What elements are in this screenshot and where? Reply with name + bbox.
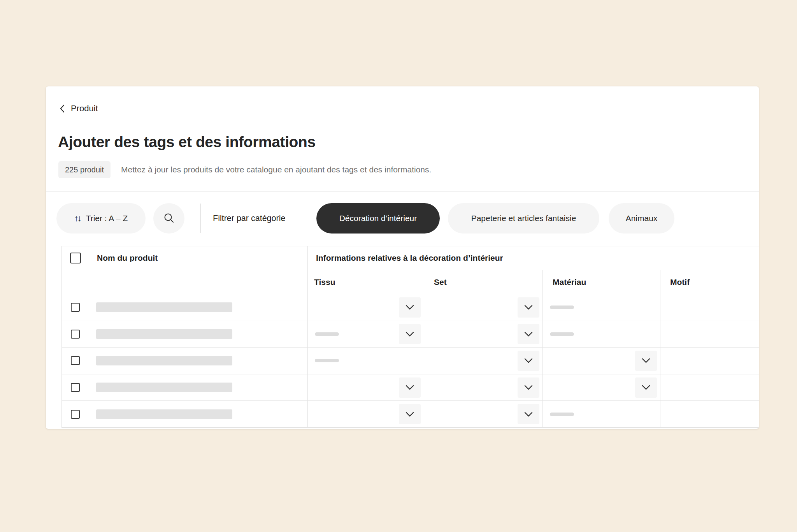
cell-materiau	[543, 348, 660, 374]
chevron-down-icon	[642, 385, 650, 390]
dropdown-button-tissu[interactable]	[399, 404, 421, 424]
table-row	[62, 321, 759, 348]
cell-motif	[660, 348, 759, 374]
product-name-cell	[89, 401, 308, 427]
subtitle-row: 225 produit Mettez à jour les produits d…	[58, 161, 431, 178]
cell-set	[424, 321, 543, 348]
group-header-cell: Informations relatives à la décoration d…	[308, 246, 759, 270]
chevron-left-icon	[59, 104, 66, 113]
dropdown-button-set[interactable]	[518, 351, 539, 371]
dropdown-button-set[interactable]	[518, 324, 539, 344]
dropdown-button-set[interactable]	[518, 404, 539, 424]
page-title: Ajouter des tags et des informations	[58, 133, 316, 151]
column-header-set: Set	[424, 277, 447, 287]
row-checkbox[interactable]	[71, 410, 80, 419]
dropdown-button-set[interactable]	[518, 377, 539, 398]
cell-motif	[660, 374, 759, 401]
subheader-materiau-cell: Matériau	[543, 270, 660, 294]
chevron-down-icon	[406, 385, 414, 390]
sort-arrows-icon: ↑↓	[74, 213, 81, 223]
product-name-cell	[89, 294, 308, 321]
cell-motif	[660, 294, 759, 321]
table-subheader-row: Tissu Set Matériau Motif	[62, 270, 759, 294]
product-name-cell	[89, 321, 308, 348]
chevron-down-icon	[642, 358, 650, 363]
chevron-down-icon	[524, 332, 533, 337]
cell-set	[424, 348, 543, 374]
row-check-cell	[62, 401, 89, 427]
subheader-set-cell: Set	[424, 270, 543, 294]
chevron-down-icon	[524, 412, 533, 417]
product-name-placeholder	[96, 302, 232, 312]
filter-pill-papeterie[interactable]: Papeterie et articles fantaisie	[448, 203, 599, 234]
table-row	[62, 294, 759, 321]
column-header-motif: Motif	[660, 277, 690, 287]
cell-materiau	[543, 374, 660, 401]
dropdown-button-tissu[interactable]	[399, 377, 421, 398]
filter-pill-decoration-interieur[interactable]: Décoration d’intérieur	[316, 203, 440, 234]
product-name-cell	[89, 348, 308, 374]
value-placeholder	[550, 306, 574, 309]
cell-set	[424, 294, 543, 321]
product-name-placeholder	[96, 356, 232, 365]
back-link-label: Produit	[71, 104, 98, 114]
table-header-row: Nom du produit Informations relatives à …	[62, 246, 759, 270]
dropdown-button-materiau[interactable]	[635, 377, 657, 398]
cell-tissu	[308, 374, 424, 401]
filter-category-label: Filtrer par catégorie	[213, 203, 285, 234]
row-checkbox[interactable]	[71, 303, 80, 312]
cell-materiau	[543, 294, 660, 321]
row-check-cell	[62, 374, 89, 401]
row-check-cell	[62, 348, 89, 374]
products-table: Nom du produit Informations relatives à …	[61, 246, 759, 428]
subheader-motif-cell: Motif	[660, 270, 759, 294]
row-checkbox[interactable]	[71, 330, 80, 339]
value-placeholder	[550, 332, 574, 336]
product-name-placeholder	[96, 409, 232, 419]
chevron-down-icon	[406, 412, 414, 417]
filter-pill-animaux[interactable]: Animaux	[609, 203, 674, 234]
chevron-down-icon	[524, 305, 533, 310]
select-all-cell	[62, 246, 89, 270]
cell-motif	[660, 401, 759, 427]
cell-set	[424, 401, 543, 427]
cell-materiau	[543, 401, 660, 427]
cell-motif	[660, 321, 759, 348]
row-checkbox[interactable]	[71, 356, 80, 365]
product-name-placeholder	[96, 383, 232, 392]
sort-button[interactable]: ↑↓ Trier : A – Z	[56, 203, 146, 234]
search-icon	[163, 212, 175, 225]
value-placeholder	[550, 413, 574, 416]
subheader-empty-name	[89, 270, 308, 294]
dropdown-button-tissu[interactable]	[399, 297, 421, 318]
column-header-group: Informations relatives à la décoration d…	[316, 253, 503, 263]
column-header-name: Nom du produit	[89, 253, 158, 263]
table-row	[62, 401, 759, 428]
page-description: Mettez à jour les produits de votre cata…	[121, 165, 431, 174]
name-header-cell: Nom du produit	[89, 246, 308, 270]
dropdown-button-materiau[interactable]	[635, 351, 657, 371]
dropdown-button-tissu[interactable]	[399, 324, 421, 344]
product-name-cell	[89, 374, 308, 401]
row-checkbox[interactable]	[71, 383, 80, 392]
search-button[interactable]	[153, 203, 184, 234]
chevron-down-icon	[524, 385, 533, 390]
cell-tissu	[308, 321, 424, 348]
row-check-cell	[62, 321, 89, 348]
select-all-checkbox[interactable]	[70, 253, 81, 263]
back-link[interactable]: Produit	[59, 104, 98, 114]
table-body	[62, 294, 759, 428]
table-row	[62, 348, 759, 374]
cell-tissu	[308, 348, 424, 374]
column-header-materiau: Matériau	[543, 277, 586, 287]
row-check-cell	[62, 294, 89, 321]
toolbar: ↑↓ Trier : A – Z Filtrer par catégorie D…	[46, 203, 759, 234]
chevron-down-icon	[406, 332, 414, 337]
column-header-tissu: Tissu	[308, 277, 335, 287]
value-placeholder	[315, 359, 339, 362]
table-row	[62, 374, 759, 401]
cell-set	[424, 374, 543, 401]
cell-materiau	[543, 321, 660, 348]
dropdown-button-set[interactable]	[518, 297, 539, 318]
main-card: Produit Ajouter des tags et des informat…	[46, 86, 759, 429]
